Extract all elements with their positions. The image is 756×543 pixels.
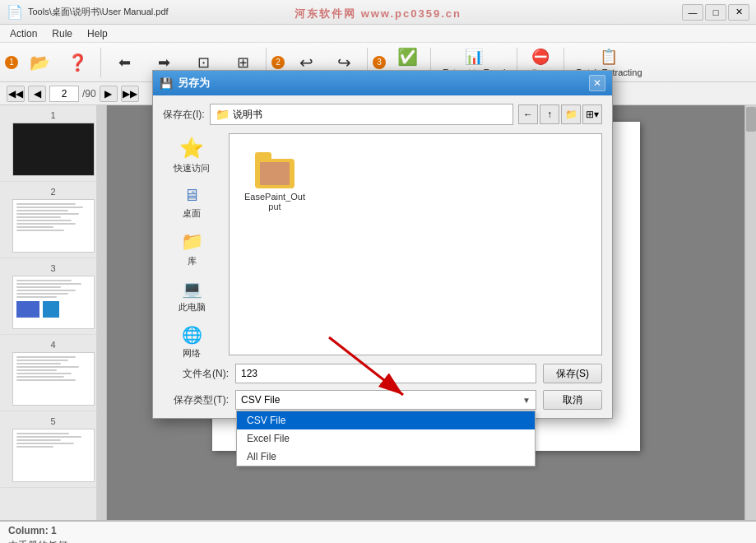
dropdown-item-csv[interactable]: CSV File (237, 411, 535, 429)
dropdown-item-excel[interactable]: Excel File (237, 429, 535, 448)
sidebar-computer[interactable]: 💻 此电脑 (163, 276, 220, 317)
main-scrollbar[interactable] (744, 105, 756, 520)
thumb-img-2 (12, 199, 95, 253)
sidebar-network-label: 网络 (183, 347, 201, 360)
dialog-main: ⭐ 快速访问 🖥 桌面 📁 库 💻 此电脑 (163, 133, 602, 355)
thumb-5[interactable]: 5 (0, 411, 106, 488)
computer-icon: 💻 (182, 279, 202, 299)
page-input[interactable] (49, 86, 79, 102)
menu-help[interactable]: Help (81, 26, 114, 41)
thumb-img-1 (12, 123, 95, 176)
menu-bar: Action Rule Help (0, 25, 756, 43)
sidebar-quick-access-label: 快速访问 (174, 162, 210, 174)
page-total: /90 (82, 88, 96, 100)
sidebar-quick-access[interactable]: ⭐ 快速访问 (163, 133, 220, 178)
thumb-3[interactable]: 3 (0, 258, 106, 335)
sidebar-library-label: 库 (188, 255, 197, 267)
nav-first-button[interactable]: ◀◀ (7, 86, 25, 102)
network-icon: 🌐 (182, 325, 202, 345)
nav-views-button[interactable]: ⊞▾ (582, 104, 602, 124)
column-label: Column: 1 (8, 525, 748, 536)
file-label: EasePaint_Output (244, 192, 305, 211)
toolbar-open-btn[interactable]: 📂 (21, 46, 58, 79)
sidebar-desktop[interactable]: 🖥 桌面 (163, 183, 220, 223)
cancel-button[interactable]: 取消 (543, 390, 602, 410)
watermark: 河东软件网 www.pc0359.cn (0, 7, 756, 21)
save-as-dialog[interactable]: 💾 另存为 ✕ 保存在(I): 📁 说明书 ← ↑ 📁 ⊞▾ (152, 70, 613, 419)
location-value: 说明书 (233, 108, 262, 122)
dialog-close-button[interactable]: ✕ (589, 75, 605, 91)
thumbnail-scrollbar[interactable] (96, 105, 106, 520)
folder-icon (255, 149, 295, 188)
menu-action[interactable]: Action (3, 26, 44, 41)
library-icon: 📁 (181, 231, 203, 253)
badge-3: 3 (373, 56, 386, 69)
thumb-1[interactable]: 1 (0, 105, 106, 182)
filetype-value: CSV File (241, 394, 280, 406)
nav-last-button[interactable]: ▶▶ (121, 86, 139, 102)
thumb-img-5 (12, 429, 95, 482)
filename-input[interactable] (235, 364, 536, 383)
dropdown-item-all[interactable]: All File (237, 448, 535, 466)
filetype-label: 保存类型(T): (163, 393, 229, 407)
dialog-title-icon: 💾 (160, 77, 173, 90)
dialog-title-bar: 💾 另存为 ✕ (153, 71, 612, 95)
nav-back-button[interactable]: ← (518, 104, 538, 124)
star-icon: ⭐ (179, 137, 204, 160)
toolbar-sep-1 (100, 48, 101, 77)
nav-next-button[interactable]: ▶ (100, 86, 118, 102)
file-item-easepaint[interactable]: EasePaint_Output (238, 142, 312, 218)
location-bar: 保存在(I): 📁 说明书 ← ↑ 📁 ⊞▾ (163, 104, 602, 125)
filetype-row: 保存类型(T): CSV File ▼ CSV File Excel File … (163, 390, 602, 410)
location-combo[interactable]: 📁 说明书 (210, 104, 513, 125)
combo-arrow-icon: ▼ (522, 396, 531, 405)
list-item-1[interactable]: 本手册的任何... (8, 538, 748, 543)
dialog-title: 💾 另存为 (160, 76, 210, 90)
dialog-sidebar: ⭐ 快速访问 🖥 桌面 📁 库 💻 此电脑 (163, 133, 220, 355)
dialog-bottom: 文件名(N): 保存(S) 保存类型(T): CSV File ▼ CSV Fi… (163, 364, 602, 410)
dialog-file-area[interactable]: EasePaint_Output (229, 133, 602, 355)
sidebar-network[interactable]: 🌐 网络 (163, 322, 220, 363)
sidebar-desktop-label: 桌面 (183, 207, 201, 220)
thumb-img-4 (12, 352, 95, 406)
location-label: 保存在(I): (163, 108, 205, 122)
badge-1: 1 (5, 56, 18, 69)
location-nav-buttons: ← ↑ 📁 ⊞▾ (518, 104, 602, 124)
toolbar-help-btn[interactable]: ❓ (59, 46, 95, 79)
menu-rule[interactable]: Rule (45, 26, 79, 41)
dialog-body: 保存在(I): 📁 说明书 ← ↑ 📁 ⊞▾ ⭐ 快速 (153, 95, 612, 418)
sidebar-computer-label: 此电脑 (179, 301, 206, 313)
folder-icon-sm: 📁 (216, 108, 230, 121)
nav-prev-button[interactable]: ◀ (28, 86, 46, 102)
thumb-4[interactable]: 4 (0, 335, 106, 411)
save-button[interactable]: 保存(S) (543, 364, 602, 383)
filename-row: 文件名(N): 保存(S) (163, 364, 602, 383)
toolbar-nav-prev[interactable]: ⬅ (106, 46, 142, 79)
filetype-dropdown[interactable]: CSV File Excel File All File (236, 411, 536, 466)
monitor-icon: 🖥 (183, 186, 200, 205)
sidebar-library[interactable]: 📁 库 (163, 228, 220, 271)
thumb-img-3 (12, 276, 95, 329)
thumbnail-panel: 1 2 3 (0, 105, 107, 520)
nav-up-button[interactable]: ↑ (540, 104, 559, 124)
filename-label: 文件名(N): (163, 367, 229, 381)
filetype-combo[interactable]: CSV File ▼ CSV File Excel File All File (235, 390, 536, 410)
badge-2: 2 (271, 56, 285, 69)
nav-newfolder-button[interactable]: 📁 (561, 104, 581, 124)
thumb-2[interactable]: 2 (0, 182, 106, 258)
bottom-list: Column: 1 本手册的任何... 位和个人不得... 公司不对本手... … (0, 520, 756, 543)
